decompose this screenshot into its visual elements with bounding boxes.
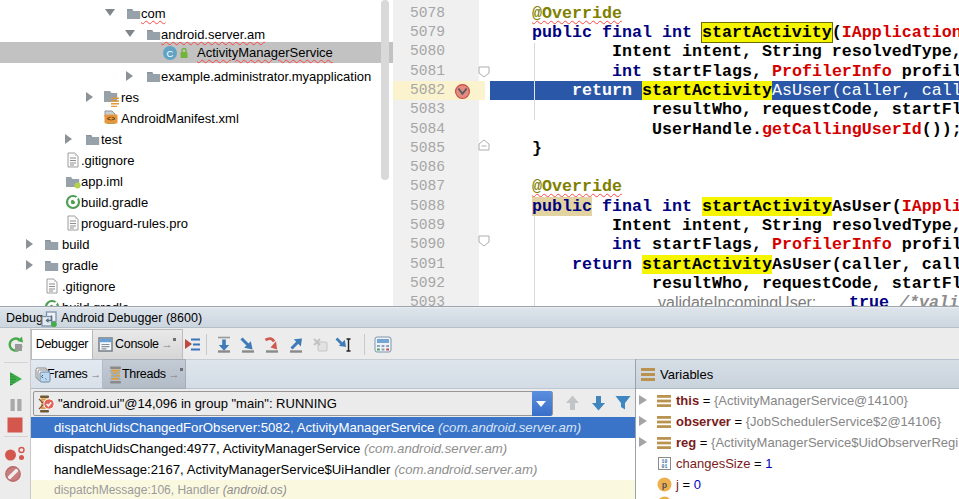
svg-text:p: p <box>662 481 667 491</box>
svg-text:<>: <> <box>107 115 115 123</box>
svg-text:C: C <box>167 48 174 59</box>
svg-text:01: 01 <box>662 464 668 469</box>
